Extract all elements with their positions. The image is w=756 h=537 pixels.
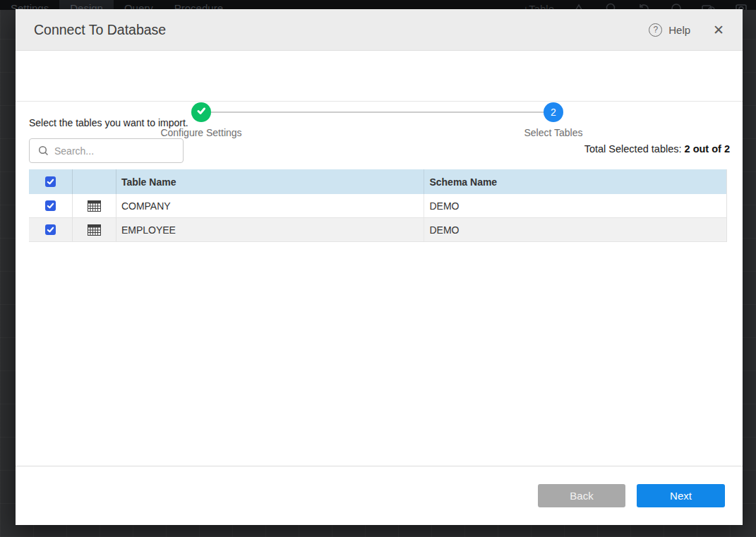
schema-name-cell: DEMO bbox=[424, 194, 726, 217]
search-input[interactable] bbox=[54, 145, 167, 157]
table-name-cell: EMPLOYEE bbox=[116, 218, 425, 241]
select-all-checkbox[interactable] bbox=[45, 176, 56, 187]
column-header-schema-name: Schema Name bbox=[424, 169, 726, 194]
footer-divider bbox=[16, 466, 743, 466]
row-checkbox[interactable] bbox=[45, 200, 56, 211]
dialog-header: Connect To Database ? Help ✕ bbox=[16, 9, 743, 51]
step-1-label: Configure Settings bbox=[131, 127, 272, 138]
schema-name-cell: DEMO bbox=[424, 218, 726, 241]
table-header-row: Table Name Schema Name bbox=[29, 169, 726, 194]
connect-to-database-dialog: Connect To Database ? Help ✕ 2 Configure… bbox=[16, 9, 743, 525]
search-icon bbox=[38, 145, 49, 156]
tab-procedure[interactable]: Procedure bbox=[164, 0, 234, 10]
app-toolbar: Settings Design Query Procedure +Table bbox=[0, 0, 756, 10]
step-2-label: Select Tables bbox=[483, 127, 624, 138]
tab-design[interactable]: Design bbox=[59, 0, 114, 10]
wizard-stepper: 2 Configure Settings Select Tables bbox=[16, 51, 743, 102]
summary-label: Total Selected tables: bbox=[584, 143, 685, 155]
row-checkbox[interactable] bbox=[45, 224, 56, 235]
table-row[interactable]: COMPANY DEMO bbox=[29, 194, 726, 218]
close-icon[interactable]: ✕ bbox=[713, 23, 724, 37]
step-2-active: 2 bbox=[544, 102, 563, 122]
summary-value: 2 out of 2 bbox=[685, 143, 730, 155]
table-search bbox=[29, 138, 184, 163]
table-grid-icon bbox=[88, 224, 101, 236]
icon-column-header bbox=[73, 169, 116, 194]
tab-settings[interactable]: Settings bbox=[0, 0, 59, 10]
column-header-table-name: Table Name bbox=[116, 169, 425, 194]
next-button[interactable]: Next bbox=[637, 484, 725, 507]
back-button[interactable]: Back bbox=[538, 484, 625, 507]
check-icon bbox=[196, 106, 206, 119]
instruction-text: Select the tables you want to import. bbox=[29, 117, 188, 128]
table-grid-icon bbox=[88, 200, 101, 212]
stepper-connector bbox=[211, 111, 544, 113]
step-number: 2 bbox=[551, 107, 556, 118]
step-1-completed bbox=[191, 102, 211, 122]
help-icon[interactable]: ? bbox=[649, 23, 662, 37]
tables-list: Table Name Schema Name COMPANY DEMO bbox=[29, 169, 727, 242]
table-row[interactable]: EMPLOYEE DEMO bbox=[29, 218, 726, 242]
help-button[interactable]: Help bbox=[668, 24, 690, 36]
tab-query[interactable]: Query bbox=[114, 0, 164, 10]
selection-summary: Total Selected tables: 2 out of 2 bbox=[584, 143, 730, 155]
table-name-cell: COMPANY bbox=[116, 194, 425, 217]
dialog-title: Connect To Database bbox=[34, 22, 166, 38]
